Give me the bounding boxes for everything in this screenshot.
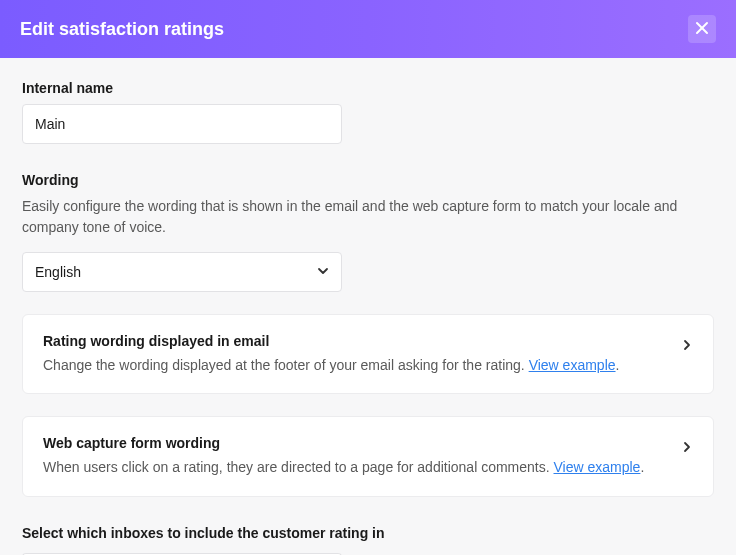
- internal-name-label: Internal name: [22, 80, 714, 96]
- view-example-link[interactable]: View example: [529, 357, 616, 373]
- card-title: Web capture form wording: [43, 435, 669, 451]
- card-title: Rating wording displayed in email: [43, 333, 669, 349]
- chevron-right-icon: [681, 337, 693, 355]
- internal-name-section: Internal name: [22, 80, 714, 144]
- wording-description: Easily configure the wording that is sho…: [22, 196, 714, 238]
- chevron-down-icon: [317, 263, 329, 281]
- internal-name-input[interactable]: [22, 104, 342, 144]
- modal-body: Internal name Wording Easily configure t…: [0, 58, 736, 555]
- close-icon: [695, 21, 709, 38]
- view-example-link[interactable]: View example: [554, 459, 641, 475]
- wording-label: Wording: [22, 172, 714, 188]
- chevron-right-icon: [681, 439, 693, 457]
- card-description: When users click on a rating, they are d…: [43, 457, 669, 477]
- wording-language-select[interactable]: English: [22, 252, 342, 292]
- close-button[interactable]: [688, 15, 716, 43]
- inboxes-label: Select which inboxes to include the cust…: [22, 525, 714, 541]
- wording-section: Wording Easily configure the wording tha…: [22, 172, 714, 292]
- web-capture-wording-card[interactable]: Web capture form wording When users clic…: [22, 416, 714, 496]
- card-content: Web capture form wording When users clic…: [43, 435, 669, 477]
- card-content: Rating wording displayed in email Change…: [43, 333, 669, 375]
- inboxes-section: Select which inboxes to include the cust…: [22, 525, 714, 555]
- rating-wording-email-card[interactable]: Rating wording displayed in email Change…: [22, 314, 714, 394]
- modal-title: Edit satisfaction ratings: [20, 19, 224, 40]
- wording-language-value: English: [35, 264, 329, 280]
- card-desc-text: When users click on a rating, they are d…: [43, 459, 554, 475]
- card-desc-text: Change the wording displayed at the foot…: [43, 357, 529, 373]
- card-description: Change the wording displayed at the foot…: [43, 355, 669, 375]
- modal-header: Edit satisfaction ratings: [0, 0, 736, 58]
